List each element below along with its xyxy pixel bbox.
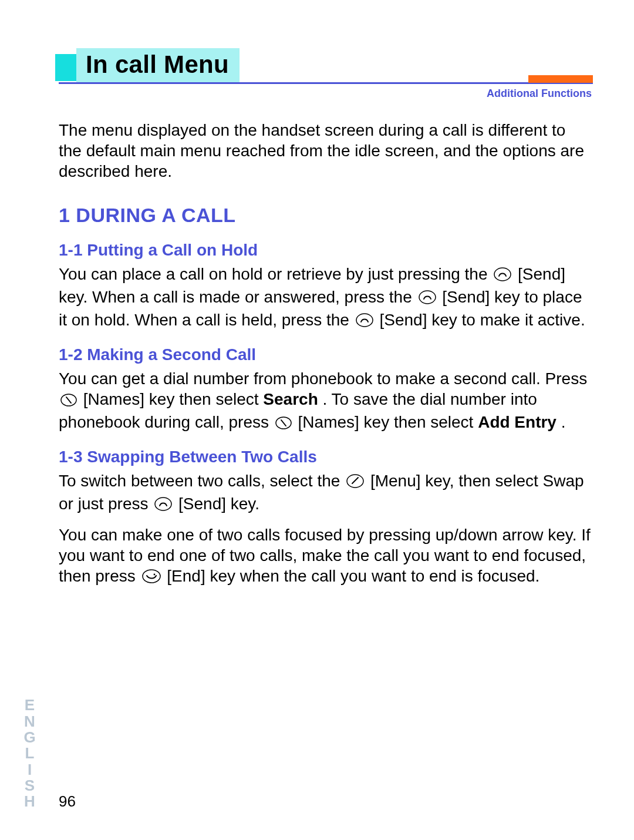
- text: To switch between two calls, select the: [59, 472, 345, 490]
- bold-add-entry: Add Entry: [478, 413, 557, 431]
- language-letter: I: [28, 762, 32, 778]
- language-letter: S: [25, 778, 35, 794]
- subheading-1-3: 1-3 Swapping Between Two Calls: [59, 446, 593, 467]
- text: [Names] key then select: [298, 413, 478, 431]
- bold-search: Search: [263, 390, 318, 408]
- send-key-icon: [418, 289, 437, 310]
- end-key-icon: [141, 568, 161, 589]
- section-heading-1: 1 DURING A CALL: [59, 203, 593, 228]
- header-rule: [59, 82, 593, 84]
- text: [End] key when the call you want to end …: [167, 567, 539, 585]
- header-accent-square: [55, 54, 76, 81]
- text: [Send] key to make it active.: [380, 311, 585, 329]
- text: You can place a call on hold or retrieve…: [59, 265, 492, 283]
- send-key-icon: [493, 266, 512, 287]
- para-1-3b: You can make one of two calls focused by…: [59, 525, 593, 589]
- body-content: The menu displayed on the handset screen…: [59, 120, 593, 589]
- para-1-3a: To switch between two calls, select the …: [59, 471, 593, 516]
- header-accent-bar: [528, 75, 593, 83]
- language-letter: L: [25, 745, 35, 761]
- send-key-icon: [355, 312, 374, 332]
- para-1-1: You can place a call on hold or retrieve…: [59, 264, 593, 332]
- text: .: [561, 413, 566, 431]
- language-letter: H: [24, 794, 36, 809]
- language-letter: E: [25, 697, 35, 713]
- page-content: In call Menu Additional Functions The me…: [59, 48, 593, 589]
- page-title: In call Menu: [76, 48, 240, 84]
- language-letter: G: [23, 730, 36, 745]
- text: [Names] key then select: [83, 390, 264, 408]
- para-1-2: You can get a dial number from phonebook…: [59, 368, 593, 435]
- text: [Send] key.: [178, 495, 259, 513]
- menu-key-icon: [346, 473, 365, 493]
- language-letter: N: [24, 714, 36, 730]
- functions-label: Additional Functions: [487, 87, 592, 100]
- subheading-1-1: 1-1 Putting a Call on Hold: [59, 240, 593, 260]
- intro-text: The menu displayed on the handset screen…: [59, 120, 593, 182]
- send-key-icon: [154, 496, 173, 516]
- text: You can get a dial number from phonebook…: [59, 369, 587, 388]
- page-number: 96: [59, 792, 76, 811]
- language-tab: E N G L I S H: [16, 698, 43, 809]
- names-key-icon: [60, 391, 77, 412]
- names-key-icon: [275, 414, 292, 435]
- page-header: In call Menu Additional Functions: [59, 48, 593, 90]
- subheading-1-2: 1-2 Making a Second Call: [59, 344, 593, 365]
